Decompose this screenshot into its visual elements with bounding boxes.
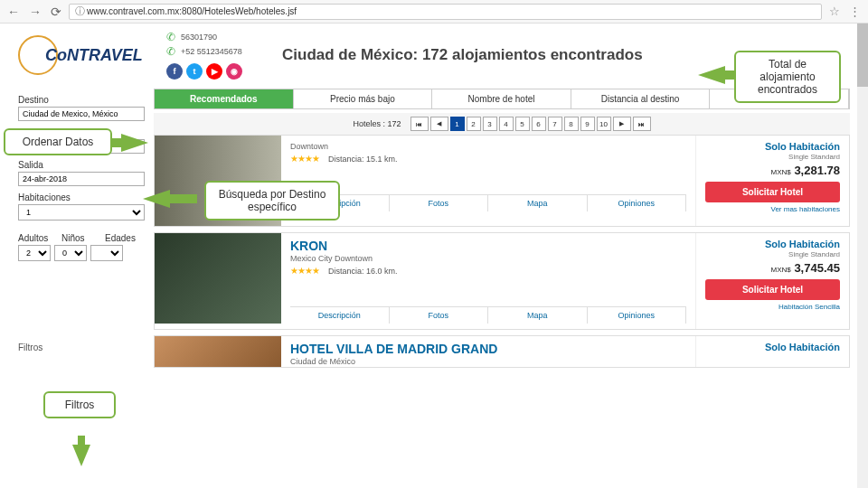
page-8[interactable]: 8 (564, 117, 579, 131)
twitter-icon[interactable]: t (186, 63, 203, 80)
hotel-tab-opiniones[interactable]: Opiniones (588, 307, 687, 324)
arrow-icon (72, 445, 90, 466)
forward-icon[interactable]: → (29, 5, 42, 19)
hotel-price: MXN$ 3,745.45 (705, 261, 840, 275)
page-first[interactable]: ⏮ (410, 117, 429, 131)
annotation-total: Total de alojamiento encontrados (734, 51, 841, 103)
habitaciones-label: Habitaciones (18, 192, 145, 202)
instagram-icon[interactable]: ◉ (226, 63, 242, 80)
room-only-label: Solo Habitación (705, 342, 840, 352)
contact-block: ✆56301790 ✆+52 5512345678 f t ▶ ◉ (166, 31, 242, 80)
rate-type: Single Standard (705, 250, 840, 258)
hotel-tab-mapa[interactable]: Mapa (488, 195, 588, 211)
edades-label: Edades (105, 233, 145, 243)
request-hotel-button[interactable]: Solicitar Hotel (705, 279, 840, 300)
page-last[interactable]: ⏭ (633, 117, 651, 131)
destino-input[interactable] (18, 107, 145, 121)
room-only-label: Solo Habitación (705, 141, 840, 152)
room-only-label: Solo Habitación (705, 239, 840, 249)
habitaciones-select[interactable]: 1 (18, 204, 145, 221)
annotation-ordenar: Ordenar Datos (4, 128, 112, 155)
hotel-tab-fotos[interactable]: Fotos (390, 195, 489, 211)
logo: CoNTRAVEL (18, 33, 154, 78)
sort-tab-distancia[interactable]: Distancia al destino (571, 89, 711, 108)
browser-toolbar: ← → ⟳ ⓘ www.contravel.com.mx:8080/Hotele… (0, 0, 868, 23)
page-prev[interactable]: ◀ (430, 117, 448, 131)
hotel-image (155, 336, 281, 368)
annotation-filtros: Filtros (43, 391, 116, 418)
edades-select[interactable] (90, 245, 123, 261)
hotels-count: Hoteles : 172 (353, 119, 401, 128)
destino-label: Destino (18, 95, 145, 105)
hotel-card: KRON Mexico City Downtown ★★★★ Distancia… (154, 232, 850, 330)
arrow-icon (121, 134, 148, 152)
annotation-busqueda: Búsqueda por Destino específico (204, 181, 340, 221)
sort-tab-recomendados[interactable]: Recomendados (155, 89, 294, 108)
sort-tab-precio[interactable]: Precio más bajo (294, 89, 433, 108)
see-more-rooms-link[interactable]: Ver mas habitaciones (705, 205, 840, 213)
see-more-rooms-link[interactable]: Habitación Sencilla (705, 303, 840, 311)
ninos-select[interactable]: 0 (54, 245, 87, 261)
hotel-card: HOTEL VILLA DE MADRID GRAND Ciudad de Mé… (154, 335, 850, 368)
page-3[interactable]: 3 (483, 117, 497, 131)
reload-icon[interactable]: ⟳ (51, 5, 61, 19)
menu-icon[interactable]: ⋮ (849, 5, 861, 18)
hotel-stars: ★★★★ (290, 266, 319, 276)
adultos-label: Adultos (18, 233, 58, 243)
hotel-tab-opiniones[interactable]: Opiniones (588, 195, 687, 211)
hotel-tab-descripcion[interactable]: Descripción (290, 307, 390, 324)
url-bar[interactable]: ⓘ www.contravel.com.mx:8080/HotelesWeb/h… (69, 4, 822, 20)
hotel-tab-fotos[interactable]: Fotos (390, 307, 489, 324)
page-4[interactable]: 4 (499, 117, 514, 131)
page-9[interactable]: 9 (580, 117, 595, 131)
request-hotel-button[interactable]: Solicitar Hotel (705, 182, 840, 202)
url-text: www.contravel.com.mx:8080/HotelesWeb/hot… (87, 6, 297, 16)
results-content: Recomendados Precio más bajo Nombre de h… (154, 89, 850, 373)
page-5[interactable]: 5 (515, 117, 530, 131)
facebook-icon[interactable]: f (166, 63, 183, 80)
hotel-stars: ★★★★ (290, 154, 319, 164)
hotel-name: HOTEL VILLA DE MADRID GRAND (290, 342, 686, 356)
hotel-name: KRON (290, 239, 686, 253)
page-2[interactable]: 2 (467, 117, 481, 131)
hotel-tab-mapa[interactable]: Mapa (488, 307, 588, 324)
salida-input[interactable] (18, 172, 145, 186)
arrow-icon (698, 66, 725, 84)
hotel-image (155, 233, 281, 324)
page-10[interactable]: 10 (597, 117, 611, 131)
info-icon: ⓘ (75, 5, 85, 18)
hotel-location: Ciudad de México (290, 357, 686, 366)
page-7[interactable]: 7 (548, 117, 562, 131)
youtube-icon[interactable]: ▶ (206, 63, 222, 80)
adultos-select[interactable]: 2 (18, 245, 51, 261)
salida-label: Salida (18, 160, 145, 170)
ninos-label: Niños (61, 233, 101, 243)
arrow-icon (143, 190, 170, 208)
hotel-price: MXN$ 3,281.78 (705, 164, 840, 177)
page-next[interactable]: ▶ (613, 117, 631, 131)
hotel-distance: Distancia: 15.1 km. (328, 155, 398, 164)
star-icon[interactable]: ☆ (829, 5, 840, 18)
back-icon[interactable]: ← (7, 5, 20, 19)
pagination: Hoteles : 172 ⏮ ◀ 1 2 3 4 5 6 7 8 9 10 ▶… (154, 113, 850, 135)
vertical-scrollbar[interactable] (857, 23, 868, 488)
hotel-location: Downtown (290, 142, 686, 151)
sort-tab-nombre[interactable]: Nombre de hotel (432, 89, 571, 108)
phone-icon: ✆ (166, 31, 175, 43)
page-6[interactable]: 6 (532, 117, 546, 131)
hotel-location: Mexico City Downtown (290, 254, 686, 263)
whatsapp-icon: ✆ (166, 45, 175, 58)
rate-type: Single Standard (705, 153, 840, 161)
filtros-section-label: Filtros (18, 343, 145, 352)
hotel-distance: Distancia: 16.0 km. (328, 267, 398, 276)
page-1[interactable]: 1 (450, 117, 465, 131)
